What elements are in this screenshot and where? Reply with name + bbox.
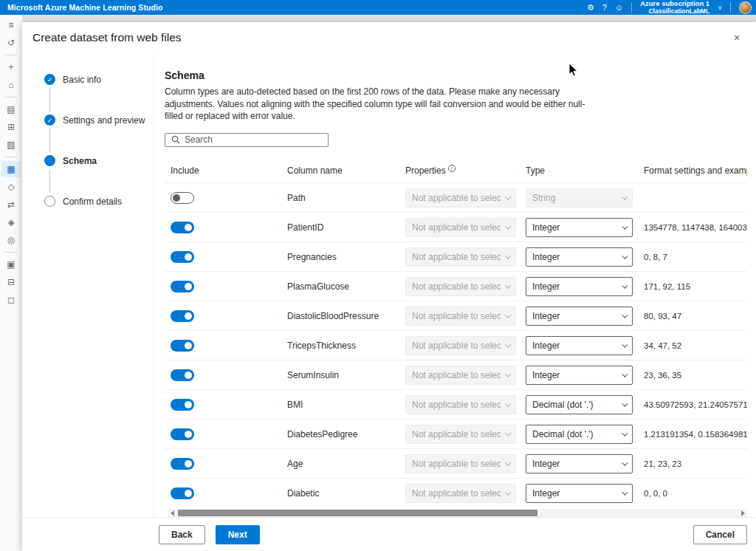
include-toggle[interactable] <box>171 222 194 233</box>
type-dropdown[interactable]: Integer <box>526 218 633 237</box>
properties-dropdown-value: Not applicable to selecte... <box>412 340 501 351</box>
scroll-left-arrow-icon[interactable] <box>168 509 176 517</box>
include-toggle[interactable] <box>171 458 194 470</box>
search-input[interactable] <box>185 134 322 145</box>
type-dropdown-value: Integer <box>532 252 560 262</box>
include-toggle[interactable] <box>171 340 194 352</box>
properties-dropdown[interactable]: Not applicable to selecte... <box>405 218 516 237</box>
type-dropdown[interactable]: Integer <box>526 247 633 267</box>
datasets-icon[interactable]: ▦ <box>1 161 21 177</box>
data-labeling-icon[interactable]: ◻ <box>1 292 21 308</box>
type-dropdown[interactable]: Decimal (dot '.') <box>526 425 633 444</box>
column-name: DiabetesPedigree <box>287 429 405 439</box>
type-dropdown[interactable]: Integer <box>526 336 633 355</box>
column-name: Pregnancies <box>287 252 405 262</box>
properties-dropdown[interactable]: Not applicable to selecte... <box>405 484 516 503</box>
compute-icon[interactable]: ▣ <box>1 256 21 273</box>
feedback-smiley-icon[interactable]: ☺ <box>615 4 623 12</box>
properties-dropdown[interactable]: Not applicable to selecte... <box>405 336 516 355</box>
chevron-down-icon <box>505 223 511 229</box>
pipelines-icon[interactable]: ⇄ <box>1 196 21 213</box>
help-icon[interactable]: ? <box>602 4 607 12</box>
properties-dropdown[interactable]: Not applicable to selecte... <box>405 247 516 267</box>
new-icon[interactable]: + <box>1 59 21 75</box>
automated-ml-icon[interactable]: ⊞ <box>1 119 21 135</box>
properties-dropdown[interactable]: Not applicable to selecte... <box>405 395 516 414</box>
format-example: 171, 92, 115 <box>644 282 747 291</box>
endpoints-icon[interactable]: ◎ <box>1 232 21 248</box>
home-icon[interactable]: ⌂ <box>1 77 21 93</box>
type-dropdown-value: Decimal (dot '.') <box>532 429 594 439</box>
models-icon[interactable]: ◈ <box>1 214 21 230</box>
horizontal-scrollbar-track[interactable] <box>176 509 738 517</box>
type-dropdown[interactable]: Integer <box>526 484 633 503</box>
page-title: Schema <box>165 69 756 81</box>
properties-dropdown[interactable]: Not applicable to selecte... <box>405 277 516 296</box>
include-toggle[interactable] <box>171 251 194 263</box>
include-toggle[interactable] <box>171 192 194 204</box>
step-confirm-details[interactable]: Confirm details <box>44 196 154 207</box>
properties-dropdown[interactable]: Not applicable to selecte... <box>405 366 516 385</box>
back-button[interactable]: Back <box>159 525 205 544</box>
column-name: Diabetic <box>287 488 405 499</box>
include-toggle[interactable] <box>171 310 194 322</box>
step-settings-and-preview[interactable]: ✓Settings and preview <box>44 114 154 126</box>
info-icon[interactable] <box>448 165 456 172</box>
menu-icon[interactable]: ≡ <box>1 17 21 33</box>
table-row: Age Not applicable to selecte... Integer… <box>165 448 747 478</box>
type-dropdown-value: Integer <box>532 222 560 233</box>
column-name: PatientID <box>287 222 405 233</box>
format-example: 23, 36, 35 <box>644 371 747 380</box>
properties-dropdown-value: Not applicable to selecte... <box>412 222 501 233</box>
sidebar-divider <box>5 97 17 97</box>
scroll-right-arrow-icon[interactable] <box>738 509 747 517</box>
include-toggle[interactable] <box>171 369 194 381</box>
step-basic-info[interactable]: ✓Basic info <box>44 74 154 85</box>
properties-dropdown[interactable]: Not applicable to selecte... <box>405 425 516 444</box>
cancel-button[interactable]: Cancel <box>693 525 747 544</box>
type-dropdown[interactable]: String <box>526 188 633 208</box>
type-dropdown[interactable]: Integer <box>526 366 633 385</box>
close-icon[interactable]: × <box>728 29 746 47</box>
properties-dropdown[interactable]: Not applicable to selecte... <box>405 188 516 208</box>
settings-gear-icon[interactable]: ⚙ <box>587 4 594 12</box>
chevron-down-icon <box>505 371 511 377</box>
properties-dropdown[interactable]: Not applicable to selecte... <box>405 307 516 326</box>
undo-icon[interactable]: ↺ <box>1 35 21 51</box>
type-dropdown[interactable]: Integer <box>526 454 633 473</box>
modal-header: Create dataset from web files × <box>22 22 756 53</box>
next-button[interactable]: Next <box>216 525 260 544</box>
notebooks-icon[interactable]: ▤ <box>1 101 21 117</box>
designer-icon[interactable]: ▧ <box>1 137 21 153</box>
format-example: 80, 93, 47 <box>644 312 747 321</box>
type-dropdown[interactable]: Decimal (dot '.') <box>526 395 633 414</box>
topbar-actions: ⚙ ? ☺ Azure subscription 1 Classificatio… <box>587 0 756 15</box>
chevron-down-icon <box>505 459 511 465</box>
horizontal-scrollbar[interactable] <box>168 509 747 517</box>
format-example: 0, 8, 7 <box>644 253 747 261</box>
horizontal-scrollbar-thumb[interactable] <box>178 510 537 516</box>
user-avatar[interactable] <box>739 1 752 14</box>
type-dropdown[interactable]: Integer <box>526 307 633 326</box>
properties-dropdown[interactable]: Not applicable to selecte... <box>405 454 516 473</box>
type-dropdown[interactable]: Integer <box>526 277 633 296</box>
header-include: Include <box>171 165 287 176</box>
chevron-down-icon <box>622 430 628 436</box>
step-check-icon: ✓ <box>44 74 55 85</box>
step-schema[interactable]: Schema <box>44 155 154 166</box>
include-toggle[interactable] <box>171 428 194 440</box>
experiments-icon[interactable]: ◇ <box>1 179 21 195</box>
format-example: 1.213191354, 0.158364981, 0 <box>644 430 747 439</box>
include-toggle[interactable] <box>171 399 194 411</box>
include-toggle[interactable] <box>171 487 194 499</box>
format-example: 21, 23, 23 <box>644 459 747 468</box>
chevron-down-icon[interactable]: ∨ <box>718 4 722 11</box>
topbar-divider <box>631 2 632 13</box>
subscription-selector[interactable]: Azure subscription 1 ClassificationLabML <box>640 0 709 15</box>
create-dataset-modal: Create dataset from web files × ✓Basic i… <box>22 22 756 551</box>
search-box <box>165 133 329 147</box>
header-properties: Properties <box>405 165 446 176</box>
include-toggle[interactable] <box>171 281 194 292</box>
chevron-down-icon <box>505 282 511 288</box>
datastores-icon[interactable]: ⊟ <box>1 274 21 290</box>
